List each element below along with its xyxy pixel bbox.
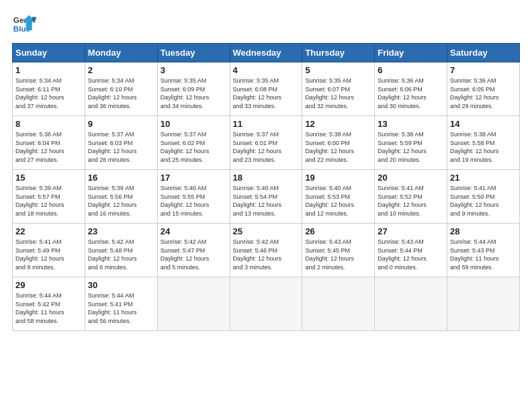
day-number: 4 (233, 65, 300, 75)
day-number: 30 (88, 280, 154, 290)
day-info: Sunrise: 5:42 AM Sunset: 5:48 PM Dayligh… (88, 238, 154, 271)
day-info: Sunrise: 5:34 AM Sunset: 6:11 PM Dayligh… (15, 77, 82, 110)
day-cell: 19Sunrise: 5:40 AM Sunset: 5:53 PM Dayli… (302, 170, 375, 224)
day-info: Sunrise: 5:41 AM Sunset: 5:52 PM Dayligh… (378, 184, 444, 218)
day-cell: 15Sunrise: 5:39 AM Sunset: 5:57 PM Dayli… (13, 170, 85, 224)
day-cell: 5Sunrise: 5:35 AM Sunset: 6:07 PM Daylig… (302, 62, 375, 116)
weekday-saturday: Saturday (447, 44, 520, 62)
day-cell: 28Sunrise: 5:44 AM Sunset: 5:43 PM Dayli… (447, 224, 520, 277)
day-cell: 9Sunrise: 5:37 AM Sunset: 6:03 PM Daylig… (85, 116, 157, 170)
weekday-tuesday: Tuesday (157, 44, 230, 62)
day-number: 1 (15, 65, 82, 75)
day-cell: 14Sunrise: 5:38 AM Sunset: 5:58 PM Dayli… (447, 116, 520, 170)
day-number: 6 (378, 65, 444, 75)
day-info: Sunrise: 5:36 AM Sunset: 6:05 PM Dayligh… (450, 77, 517, 110)
day-number: 12 (305, 119, 371, 129)
week-row-3: 22Sunrise: 5:41 AM Sunset: 5:49 PM Dayli… (13, 224, 520, 277)
day-info: Sunrise: 5:37 AM Sunset: 6:01 PM Dayligh… (233, 130, 300, 164)
day-cell: 1Sunrise: 5:34 AM Sunset: 6:11 PM Daylig… (13, 62, 85, 116)
day-info: Sunrise: 5:38 AM Sunset: 5:58 PM Dayligh… (450, 130, 517, 164)
day-cell: 16Sunrise: 5:39 AM Sunset: 5:56 PM Dayli… (85, 170, 157, 224)
day-cell (302, 277, 375, 331)
week-row-0: 1Sunrise: 5:34 AM Sunset: 6:11 PM Daylig… (13, 62, 520, 116)
day-cell: 10Sunrise: 5:37 AM Sunset: 6:02 PM Dayli… (157, 116, 230, 170)
day-cell: 7Sunrise: 5:36 AM Sunset: 6:05 PM Daylig… (447, 62, 520, 116)
day-number: 28 (450, 226, 517, 236)
weekday-thursday: Thursday (302, 44, 375, 62)
weekday-header: SundayMondayTuesdayWednesdayThursdayFrid… (13, 44, 520, 62)
day-number: 19 (305, 173, 371, 183)
day-number: 22 (15, 226, 82, 236)
day-info: Sunrise: 5:35 AM Sunset: 6:07 PM Dayligh… (305, 77, 371, 110)
logo: General Blue (12, 12, 36, 36)
weekday-wednesday: Wednesday (230, 44, 302, 62)
day-info: Sunrise: 5:38 AM Sunset: 6:00 PM Dayligh… (305, 130, 371, 164)
logo-icon: General Blue (12, 12, 36, 36)
day-number: 8 (15, 119, 82, 129)
day-number: 18 (233, 173, 300, 183)
day-info: Sunrise: 5:36 AM Sunset: 6:04 PM Dayligh… (15, 130, 82, 164)
day-info: Sunrise: 5:39 AM Sunset: 5:57 PM Dayligh… (15, 184, 82, 218)
day-cell: 18Sunrise: 5:40 AM Sunset: 5:54 PM Dayli… (230, 170, 302, 224)
day-number: 3 (161, 65, 227, 75)
day-cell: 23Sunrise: 5:42 AM Sunset: 5:48 PM Dayli… (85, 224, 157, 277)
calendar-table: SundayMondayTuesdayWednesdayThursdayFrid… (12, 43, 520, 331)
day-cell: 24Sunrise: 5:42 AM Sunset: 5:47 PM Dayli… (157, 224, 230, 277)
day-number: 13 (378, 119, 444, 129)
weekday-monday: Monday (85, 44, 157, 62)
day-number: 29 (15, 280, 82, 290)
weekday-sunday: Sunday (13, 44, 85, 62)
day-number: 26 (305, 226, 371, 236)
day-info: Sunrise: 5:37 AM Sunset: 6:02 PM Dayligh… (161, 130, 227, 164)
day-info: Sunrise: 5:43 AM Sunset: 5:44 PM Dayligh… (378, 238, 444, 271)
day-info: Sunrise: 5:41 AM Sunset: 5:49 PM Dayligh… (15, 238, 82, 271)
day-info: Sunrise: 5:40 AM Sunset: 5:53 PM Dayligh… (305, 184, 371, 218)
day-number: 20 (378, 173, 444, 183)
day-cell (375, 277, 447, 331)
day-cell: 27Sunrise: 5:43 AM Sunset: 5:44 PM Dayli… (375, 224, 447, 277)
day-info: Sunrise: 5:41 AM Sunset: 5:50 PM Dayligh… (450, 184, 517, 218)
day-info: Sunrise: 5:44 AM Sunset: 5:41 PM Dayligh… (88, 291, 154, 325)
day-info: Sunrise: 5:39 AM Sunset: 5:56 PM Dayligh… (88, 184, 154, 218)
day-info: Sunrise: 5:42 AM Sunset: 5:46 PM Dayligh… (233, 238, 300, 271)
day-number: 24 (161, 226, 227, 236)
day-number: 14 (450, 119, 517, 129)
day-info: Sunrise: 5:37 AM Sunset: 6:03 PM Dayligh… (88, 130, 154, 164)
page: General Blue SundayMondayTuesdayWednesda… (0, 0, 532, 411)
day-number: 2 (88, 65, 154, 75)
day-info: Sunrise: 5:44 AM Sunset: 5:42 PM Dayligh… (15, 291, 82, 325)
day-number: 27 (378, 226, 444, 236)
day-cell: 2Sunrise: 5:34 AM Sunset: 6:10 PM Daylig… (85, 62, 157, 116)
day-number: 7 (450, 65, 517, 75)
day-cell: 29Sunrise: 5:44 AM Sunset: 5:42 PM Dayli… (13, 277, 85, 331)
day-number: 16 (88, 173, 154, 183)
day-cell: 17Sunrise: 5:40 AM Sunset: 5:55 PM Dayli… (157, 170, 230, 224)
day-number: 9 (88, 119, 154, 129)
day-number: 15 (15, 173, 82, 183)
day-cell: 11Sunrise: 5:37 AM Sunset: 6:01 PM Dayli… (230, 116, 302, 170)
day-info: Sunrise: 5:35 AM Sunset: 6:08 PM Dayligh… (233, 77, 300, 110)
day-info: Sunrise: 5:40 AM Sunset: 5:55 PM Dayligh… (161, 184, 227, 218)
week-row-1: 8Sunrise: 5:36 AM Sunset: 6:04 PM Daylig… (13, 116, 520, 170)
day-cell: 25Sunrise: 5:42 AM Sunset: 5:46 PM Dayli… (230, 224, 302, 277)
day-info: Sunrise: 5:35 AM Sunset: 6:09 PM Dayligh… (161, 77, 227, 110)
day-cell: 26Sunrise: 5:43 AM Sunset: 5:45 PM Dayli… (302, 224, 375, 277)
week-row-4: 29Sunrise: 5:44 AM Sunset: 5:42 PM Dayli… (13, 277, 520, 331)
day-info: Sunrise: 5:34 AM Sunset: 6:10 PM Dayligh… (88, 77, 154, 110)
day-info: Sunrise: 5:36 AM Sunset: 6:06 PM Dayligh… (378, 77, 444, 110)
day-cell: 22Sunrise: 5:41 AM Sunset: 5:49 PM Dayli… (13, 224, 85, 277)
day-info: Sunrise: 5:42 AM Sunset: 5:47 PM Dayligh… (161, 238, 227, 271)
day-cell: 20Sunrise: 5:41 AM Sunset: 5:52 PM Dayli… (375, 170, 447, 224)
day-cell: 4Sunrise: 5:35 AM Sunset: 6:08 PM Daylig… (230, 62, 302, 116)
weekday-friday: Friday (375, 44, 447, 62)
day-number: 25 (233, 226, 300, 236)
day-cell (230, 277, 302, 331)
day-number: 21 (450, 173, 517, 183)
day-cell: 12Sunrise: 5:38 AM Sunset: 6:00 PM Dayli… (302, 116, 375, 170)
day-info: Sunrise: 5:43 AM Sunset: 5:45 PM Dayligh… (305, 238, 371, 271)
calendar-body: 1Sunrise: 5:34 AM Sunset: 6:11 PM Daylig… (13, 62, 520, 331)
day-number: 11 (233, 119, 300, 129)
day-cell: 8Sunrise: 5:36 AM Sunset: 6:04 PM Daylig… (13, 116, 85, 170)
day-number: 10 (161, 119, 227, 129)
day-cell: 13Sunrise: 5:38 AM Sunset: 5:59 PM Dayli… (375, 116, 447, 170)
